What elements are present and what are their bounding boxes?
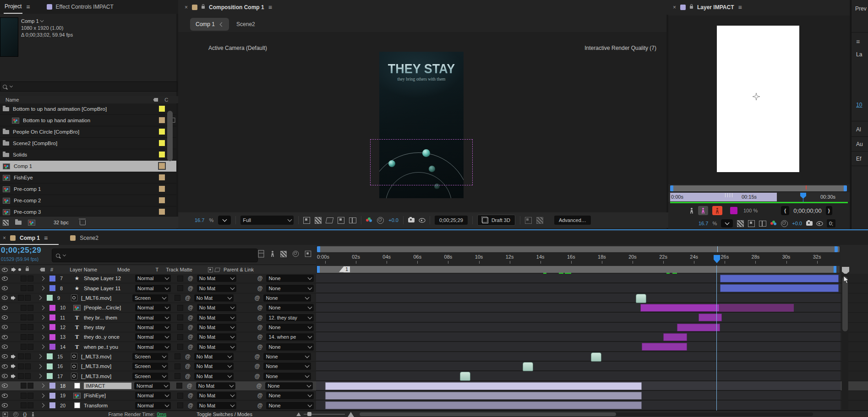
layer-row[interactable]: 13Tthey do..y onceNormal@No Mat@14. when…	[0, 332, 868, 342]
view-layout-icon[interactable]	[525, 217, 532, 224]
matte-pickwhip-icon[interactable]: @	[188, 334, 193, 340]
layer-row[interactable]: 11Tthey br... themNormal@No Mat@12. they…	[0, 313, 868, 322]
label-color-chip[interactable]	[159, 186, 165, 192]
layer-track[interactable]	[316, 401, 841, 410]
frame-render-value[interactable]: 0ms	[157, 412, 166, 417]
layer-audio-icon[interactable]	[11, 365, 13, 368]
layer-duration-chip[interactable]	[591, 352, 601, 362]
expand-arrow-icon[interactable]	[40, 276, 45, 281]
parent-link-dropdown[interactable]: None	[266, 392, 314, 399]
layer-row[interactable]: 20TransformNormal@No Mat@None	[0, 401, 868, 410]
expand-arrow-icon[interactable]	[40, 325, 45, 330]
parent-pickwhip-icon[interactable]: @	[257, 383, 262, 389]
render-quality-label[interactable]: Interactive Render Quality (7)	[584, 45, 656, 51]
layer-track[interactable]	[316, 381, 841, 390]
label-color-chip[interactable]	[159, 106, 165, 112]
expand-arrow-icon[interactable]	[40, 305, 45, 310]
layer-color-chip[interactable]	[47, 373, 53, 379]
parent-pickwhip-icon[interactable]: @	[255, 363, 260, 369]
mode-dropdown[interactable]: Normal	[135, 304, 171, 311]
show-channel-icon[interactable]	[366, 217, 372, 223]
layer-color-chip[interactable]	[49, 305, 55, 311]
solo-well[interactable]	[21, 324, 27, 330]
track-matte-dropdown[interactable]: No Mat	[194, 353, 234, 360]
mode-dropdown[interactable]: Normal	[135, 343, 171, 351]
header-number[interactable]: #	[50, 267, 53, 272]
matte-pickwhip-icon[interactable]: @	[188, 304, 193, 311]
parent-link-dropdown[interactable]: None	[266, 324, 314, 331]
project-item[interactable]: People On Circle [CompBro]	[0, 126, 176, 138]
layer-color-chip[interactable]	[49, 285, 55, 291]
parent-link-dropdown[interactable]: None	[265, 382, 313, 390]
layer-eye-icon[interactable]	[2, 384, 8, 388]
grid-guides-icon[interactable]	[349, 217, 356, 223]
matte-pickwhip-icon[interactable]: @	[188, 402, 193, 409]
layer-bar[interactable]	[699, 314, 721, 321]
parent-pickwhip-icon[interactable]: @	[257, 304, 263, 311]
breadcrumb-scene2[interactable]: Scene2	[236, 21, 255, 27]
t-well[interactable]	[175, 363, 180, 369]
layer-color-chip[interactable]	[47, 295, 53, 301]
frame-blending-icon[interactable]	[280, 251, 287, 257]
name-column-header[interactable]: Name	[5, 97, 19, 103]
layer-grid-icon[interactable]	[759, 221, 766, 227]
expand-render-icon[interactable]	[31, 412, 35, 417]
layer-panel-title[interactable]: Layer IMPACT	[697, 4, 734, 11]
layer-bar[interactable]	[325, 392, 642, 400]
layer-color-chip[interactable]	[49, 334, 55, 340]
header-solo-icon[interactable]	[18, 268, 21, 271]
active-camera-label[interactable]: Active Camera (Default)	[208, 45, 267, 51]
layer-name[interactable]: [FishEye]	[84, 393, 130, 398]
lock-well[interactable]	[25, 295, 31, 301]
t-well[interactable]	[177, 314, 183, 320]
solo-well[interactable]	[21, 305, 27, 311]
expand-arrow-icon[interactable]	[40, 315, 45, 320]
t-well[interactable]	[177, 334, 183, 340]
layer-bar[interactable]	[663, 333, 687, 341]
track-matte-dropdown[interactable]: No Mat	[197, 343, 236, 351]
mode-dropdown[interactable]: Normal	[135, 285, 171, 292]
time-navigator[interactable]	[317, 246, 840, 252]
layer-row[interactable]: 8★Shape Layer 11Normal@No Mat@None	[0, 283, 868, 293]
layer-row[interactable]: 18IMPACTNormal@No Mat@None	[0, 381, 868, 391]
layer-region-icon[interactable]	[748, 220, 755, 227]
dock-preview-tab[interactable]: Prev	[855, 5, 867, 12]
expand-inout-icon[interactable]: {}	[23, 412, 27, 417]
layer-eye-icon[interactable]	[2, 286, 8, 290]
work-area-start-handle[interactable]	[317, 266, 320, 273]
lock-icon[interactable]	[202, 6, 205, 9]
parent-link-dropdown[interactable]: 12. they stay	[266, 314, 314, 321]
mode-dropdown[interactable]: Normal	[135, 324, 171, 331]
project-scrollbar[interactable]	[167, 111, 173, 161]
solo-well[interactable]	[21, 314, 27, 320]
layer-lock-icon[interactable]	[690, 6, 693, 9]
layer-track[interactable]	[316, 283, 841, 292]
layer-eye-icon[interactable]	[2, 325, 8, 329]
layer-row[interactable]: 9[_MLT6.mov]Screen@No Mat@None	[0, 293, 868, 303]
layer-name[interactable]: they do..y once	[84, 334, 130, 340]
expand-transfer-icon[interactable]	[13, 412, 18, 417]
solo-well[interactable]	[21, 383, 27, 389]
layer-zoom-value[interactable]: 16.7	[699, 221, 708, 226]
label-color-chip[interactable]	[159, 140, 165, 146]
layer-bar[interactable]	[325, 382, 642, 390]
label-color-chip[interactable]	[159, 117, 165, 123]
mode-dropdown[interactable]: Normal	[135, 392, 171, 399]
toggle-switches-button[interactable]: Toggle Switches / Modes	[197, 412, 252, 417]
header-t[interactable]: T	[156, 267, 159, 272]
layer-track[interactable]	[316, 342, 841, 351]
t-well[interactable]	[175, 295, 180, 301]
layer-color-chip[interactable]	[49, 276, 55, 282]
dock-align-tab[interactable]: Al	[856, 126, 861, 133]
layer-track[interactable]	[316, 293, 841, 303]
expand-arrow-icon[interactable]	[40, 335, 45, 339]
comp-marker-1[interactable]: 1	[339, 266, 350, 273]
mini-flowchart-icon[interactable]	[258, 250, 264, 258]
layer-snapshot-icon[interactable]	[806, 221, 813, 226]
layer-row[interactable]: 15[_MLT3.mov]Screen@No Mat@None	[0, 352, 868, 362]
layer-track[interactable]	[316, 303, 841, 312]
snapshot-icon[interactable]	[408, 218, 415, 222]
matte-pickwhip-icon[interactable]: @	[185, 353, 191, 360]
dock-link[interactable]: 10	[856, 102, 862, 108]
media-grid-icon[interactable]	[3, 220, 9, 226]
